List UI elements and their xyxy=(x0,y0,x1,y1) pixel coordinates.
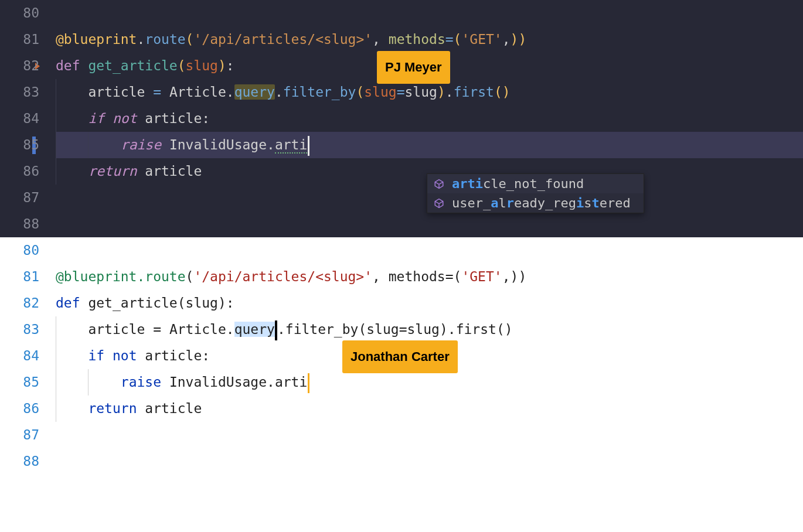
line-number: 88 xyxy=(0,448,56,475)
line-number: 81 xyxy=(0,264,56,290)
code-line[interactable]: 80 xyxy=(0,0,803,26)
line-number: 84 xyxy=(0,343,56,369)
line-number: 82 xyxy=(0,53,56,79)
code-line[interactable]: 81 @blueprint.route('/api/articles/<slug… xyxy=(0,26,803,53)
line-number: 80 xyxy=(0,0,56,26)
editor-pane-light[interactable]: 80 81 @blueprint.route('/api/articles/<s… xyxy=(0,237,803,475)
editor-split-view: 80 81 @blueprint.route('/api/articles/<s… xyxy=(0,0,803,475)
line-number: 80 xyxy=(0,237,56,264)
line-number: 87 xyxy=(0,422,56,448)
code-line[interactable]: 81 @blueprint.route('/api/articles/<slug… xyxy=(0,264,803,290)
remote-selection: query xyxy=(234,322,275,337)
line-number: 81 xyxy=(0,26,56,53)
code-line[interactable]: 88 xyxy=(0,211,803,237)
line-number: 87 xyxy=(0,185,56,211)
code-content[interactable]: article = Article.query.filter_by(slug=s… xyxy=(56,316,803,343)
line-number: 85 xyxy=(0,132,56,158)
code-line[interactable]: 86 return article xyxy=(0,158,803,185)
autocomplete-popup[interactable]: article_not_found user_already_registere… xyxy=(427,173,644,213)
code-line[interactable]: 87 xyxy=(0,422,803,448)
code-line[interactable]: 88 xyxy=(0,448,803,475)
collaborator-name-tag[interactable]: PJ Meyer xyxy=(377,51,450,84)
symbol-method-icon xyxy=(433,178,445,190)
line-number: 85 xyxy=(0,369,56,395)
code-line[interactable]: 84 if not article: xyxy=(0,105,803,132)
line-number: 82 xyxy=(0,290,56,316)
code-line[interactable]: 86 return article xyxy=(0,395,803,422)
line-number: 83 xyxy=(0,316,56,343)
line-number: 86 xyxy=(0,158,56,185)
remote-selection: query xyxy=(234,84,275,100)
remote-cursor xyxy=(308,373,309,393)
code-content[interactable]: return article xyxy=(56,395,803,422)
code-line[interactable]: 82 def get_article(slug): xyxy=(0,290,803,316)
code-content[interactable]: if not article: xyxy=(56,105,803,132)
code-content[interactable]: @blueprint.route('/api/articles/<slug>',… xyxy=(56,264,803,290)
editor-pane-dark[interactable]: 80 81 @blueprint.route('/api/articles/<s… xyxy=(0,0,803,237)
code-content[interactable]: raise InvalidUsage.arti xyxy=(56,132,803,158)
line-number: 84 xyxy=(0,105,56,132)
autocomplete-label: user_already_registered xyxy=(452,196,631,210)
decorator: @blueprint xyxy=(56,32,137,47)
code-line[interactable]: 87 xyxy=(0,185,803,211)
code-content[interactable]: @blueprint.route('/api/articles/<slug>',… xyxy=(56,26,803,53)
autocomplete-item[interactable]: article_not_found xyxy=(427,174,644,193)
text-cursor xyxy=(308,136,309,156)
symbol-method-icon xyxy=(433,197,445,209)
code-line-active[interactable]: 85 raise InvalidUsage.arti xyxy=(0,132,803,158)
code-line[interactable]: 80 xyxy=(0,237,803,264)
collaborator-name-tag[interactable]: Jonathan Carter xyxy=(342,340,458,373)
line-number: 88 xyxy=(0,211,56,237)
code-content[interactable]: def get_article(slug): xyxy=(56,290,803,316)
code-line[interactable]: 82 def get_article(slug): PJ Meyer xyxy=(0,53,803,79)
autocomplete-item[interactable]: user_already_registered xyxy=(427,193,644,213)
line-number: 83 xyxy=(0,79,56,105)
line-number: 86 xyxy=(0,395,56,422)
autocomplete-label: article_not_found xyxy=(452,176,584,191)
code-line[interactable]: 83 article = Article.query.filter_by(slu… xyxy=(0,316,803,343)
